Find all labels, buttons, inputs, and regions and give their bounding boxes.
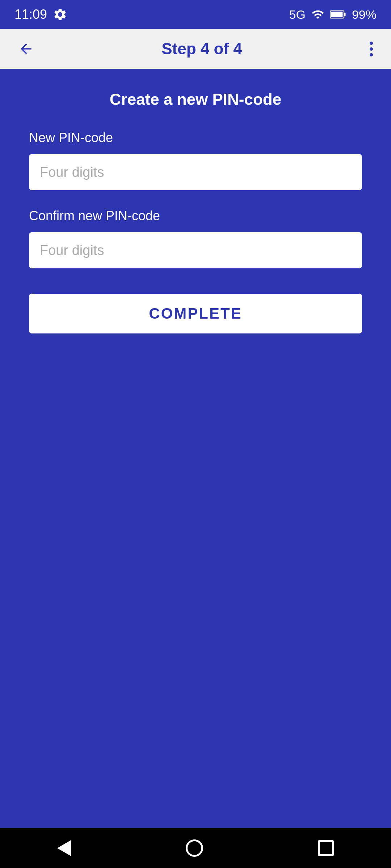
more-options-button[interactable] <box>366 38 377 60</box>
more-dot-1 <box>370 42 373 45</box>
complete-button[interactable]: COMPLETE <box>29 294 362 333</box>
nav-back-button[interactable] <box>52 835 76 861</box>
gear-icon <box>53 7 67 22</box>
recents-square-icon <box>318 840 334 856</box>
app-bar-title: Step 4 of 4 <box>38 40 366 58</box>
new-pin-input[interactable] <box>29 154 362 190</box>
status-left: 11:09 <box>14 7 67 22</box>
battery-icon <box>330 8 346 21</box>
back-button[interactable] <box>14 37 38 60</box>
app-bar: Step 4 of 4 <box>0 29 391 69</box>
home-circle-icon <box>186 839 203 857</box>
more-dot-3 <box>370 53 373 56</box>
status-bar: 11:09 5G 99% <box>0 0 391 29</box>
svg-rect-1 <box>344 13 345 16</box>
nav-home-button[interactable] <box>180 834 209 862</box>
signal-icon <box>311 8 324 21</box>
confirm-pin-input[interactable] <box>29 232 362 268</box>
svg-rect-2 <box>331 12 342 17</box>
nav-bar <box>0 828 391 868</box>
back-triangle-icon <box>57 840 71 856</box>
battery-level: 99% <box>352 8 377 22</box>
nav-recents-button[interactable] <box>312 835 339 861</box>
main-content: Create a new PIN-code New PIN-code Confi… <box>0 69 391 828</box>
status-right: 5G 99% <box>289 8 377 22</box>
more-dot-2 <box>370 47 373 51</box>
confirm-pin-label: Confirm new PIN-code <box>29 208 362 224</box>
page-heading: Create a new PIN-code <box>29 90 362 109</box>
new-pin-label: New PIN-code <box>29 130 362 145</box>
time-display: 11:09 <box>14 7 47 22</box>
network-label: 5G <box>289 8 306 22</box>
